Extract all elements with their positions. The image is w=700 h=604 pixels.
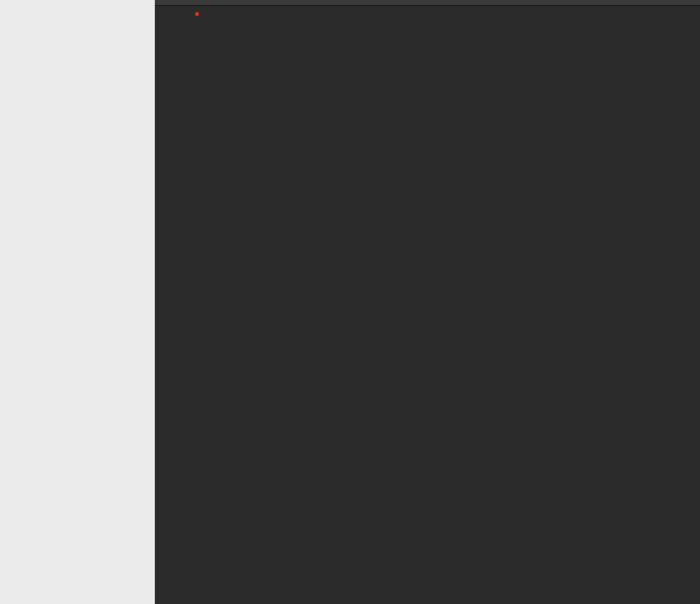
line-gutter <box>155 12 195 604</box>
editor-pane <box>155 0 700 604</box>
highlight-annotation-box <box>195 12 199 16</box>
code-content[interactable] <box>195 12 700 604</box>
code-area[interactable] <box>155 6 700 604</box>
sidebar-header <box>0 0 154 4</box>
folder-sidebar <box>0 0 155 604</box>
